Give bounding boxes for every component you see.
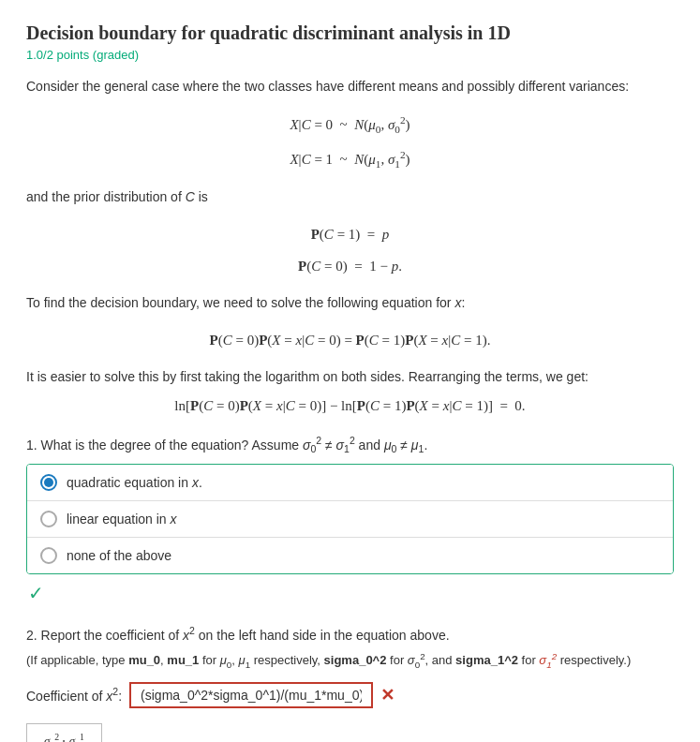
option-quadratic-label: quadratic equation in x. <box>67 475 202 490</box>
radio-none[interactable] <box>40 547 57 564</box>
coeff-label: Coefficient of x2: <box>26 686 122 704</box>
option-linear-label: linear equation in x <box>67 512 177 527</box>
radio-linear[interactable] <box>40 511 57 527</box>
coeff-input[interactable] <box>129 682 373 708</box>
radio-quadratic[interactable] <box>40 474 57 491</box>
option-none[interactable]: none of the above <box>27 538 673 573</box>
option-quadratic[interactable]: quadratic equation in x. <box>27 465 673 501</box>
boundary-equation: P(C = 0)P(X = x|C = 0) = P(C = 1)P(X = x… <box>26 326 674 354</box>
coefficient-row: Coefficient of x2: ✕ <box>26 682 674 708</box>
distribution-equations: X|C = 0 ~ N(μ0, σ02) X|C = 1 ~ N(μ1, σ12… <box>26 110 674 174</box>
correct-checkmark: ✓ <box>28 582 674 604</box>
hint-text: (If applicable, type mu_0, mu_1 for μ0, … <box>26 650 674 673</box>
fraction-display: σ02 ⋅ σ11 μ1 ⋅ μ0 <box>26 723 102 742</box>
prior-equations: P(C = 1) = p P(C = 0) = 1 − p. <box>26 220 674 280</box>
easier-text: It is easier to solve this by first taki… <box>26 367 674 387</box>
prior-text: and the prior distribution of C is <box>26 187 674 207</box>
question1-label: 1. What is the degree of the equation? A… <box>26 435 674 454</box>
fraction: σ02 ⋅ σ11 μ1 ⋅ μ0 <box>40 732 88 742</box>
option-linear[interactable]: linear equation in x <box>27 501 673 538</box>
option-none-label: none of the above <box>67 548 171 563</box>
intro-text: Consider the general case where the two … <box>26 77 674 96</box>
fraction-numerator: σ02 ⋅ σ11 <box>40 732 88 742</box>
points-label: 1.0/2 points (graded) <box>26 48 674 62</box>
page-title: Decision boundary for quadratic discrimi… <box>26 22 674 44</box>
options-container: quadratic equation in x. linear equation… <box>26 464 674 574</box>
ln-equation: ln[P(C = 0)P(X = x|C = 0)] − ln[P(C = 1)… <box>26 398 674 414</box>
question2-section: 2. Report the coefficient of x2 on the l… <box>26 625 674 742</box>
find-boundary-text: To find the decision boundary, we need t… <box>26 293 674 313</box>
question2-label: 2. Report the coefficient of x2 on the l… <box>26 625 674 643</box>
question1-section: 1. What is the degree of the equation? A… <box>26 435 674 604</box>
clear-icon[interactable]: ✕ <box>380 685 395 705</box>
